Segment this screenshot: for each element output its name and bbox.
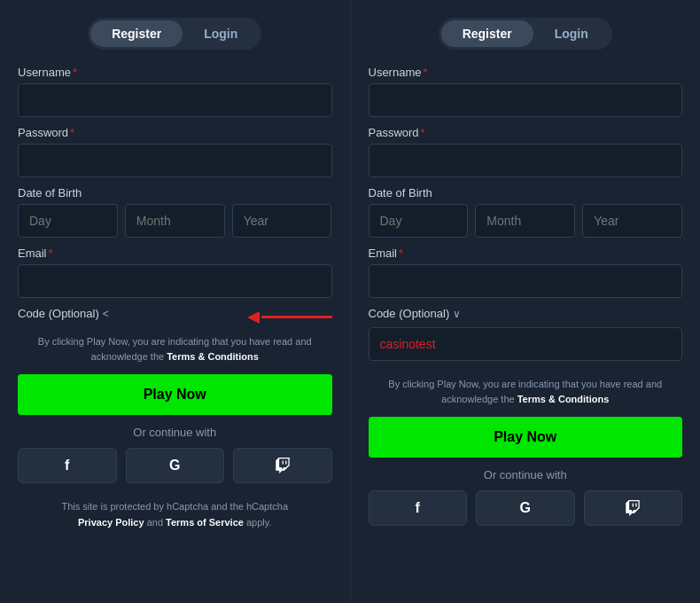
left-register-tab[interactable]: Register xyxy=(90,20,183,47)
right-dob-label: Date of Birth xyxy=(369,186,683,200)
left-dob-label: Date of Birth xyxy=(18,186,332,200)
left-arrow-annotation xyxy=(247,311,332,324)
left-chevron-icon: < xyxy=(103,308,109,320)
right-tab-group: Register Login xyxy=(439,18,612,50)
right-twitch-button[interactable] xyxy=(584,490,683,526)
left-dob-row xyxy=(18,204,332,238)
right-code-toggle[interactable]: Code (Optional) ∨ xyxy=(369,307,683,320)
right-play-button[interactable]: Play Now xyxy=(369,417,683,458)
right-password-group: Password* xyxy=(369,126,683,177)
left-password-label: Password* xyxy=(18,126,332,139)
right-register-tab[interactable]: Register xyxy=(441,20,533,47)
right-username-input[interactable] xyxy=(369,83,683,117)
left-email-group: Email* xyxy=(18,247,332,298)
right-terms-text: By clicking Play Now, you are indicating… xyxy=(369,377,683,406)
right-login-tab[interactable]: Login xyxy=(533,20,610,47)
left-dob-year[interactable] xyxy=(232,204,332,238)
right-email-group: Email* xyxy=(369,247,683,298)
right-code-input[interactable] xyxy=(369,327,683,361)
left-username-group: Username* xyxy=(18,66,332,117)
left-dob-group: Date of Birth xyxy=(18,186,332,238)
arrow-line xyxy=(261,316,332,318)
right-email-label: Email* xyxy=(369,247,683,260)
left-google-button[interactable]: G xyxy=(126,448,225,483)
left-social-row: f G xyxy=(18,448,332,483)
left-terms-text: By clicking Play Now, you are indicating… xyxy=(18,334,332,364)
right-email-input[interactable] xyxy=(369,264,683,298)
left-username-label: Username* xyxy=(18,66,332,79)
right-username-group: Username* xyxy=(369,66,683,117)
right-google-button[interactable]: G xyxy=(476,490,575,526)
right-facebook-button[interactable]: f xyxy=(369,490,468,526)
twitch-icon xyxy=(275,458,291,474)
twitch-icon-right xyxy=(625,500,641,516)
right-password-input[interactable] xyxy=(369,144,683,177)
left-password-input[interactable] xyxy=(18,144,332,177)
right-social-row: f G xyxy=(369,490,683,526)
left-footer: This site is protected by hCaptcha and t… xyxy=(18,499,332,530)
right-dob-year[interactable] xyxy=(582,204,682,238)
right-dob-row xyxy=(369,204,683,238)
left-panel: Register Login Username* Password* Date … xyxy=(0,0,351,603)
left-dob-month[interactable] xyxy=(125,204,225,238)
left-play-button[interactable]: Play Now xyxy=(18,374,332,415)
right-code-group: Code (Optional) ∨ xyxy=(369,307,683,368)
left-or-continue: Or continue with xyxy=(18,426,332,439)
right-terms-link[interactable]: Terms & Conditions xyxy=(517,394,610,404)
left-terms-link[interactable]: Terms & Conditions xyxy=(167,351,259,362)
right-or-continue: Or continue with xyxy=(369,468,683,482)
right-chevron-icon: ∨ xyxy=(453,308,461,320)
left-dob-day[interactable] xyxy=(18,204,118,238)
left-code-toggle[interactable]: Code (Optional) < xyxy=(18,307,238,320)
right-form: Username* Password* Date of Birth xyxy=(369,66,683,538)
left-code-toggle-row: Code (Optional) < xyxy=(18,307,332,327)
left-tab-group: Register Login xyxy=(88,18,261,50)
left-facebook-button[interactable]: f xyxy=(18,448,117,483)
left-email-label: Email* xyxy=(18,247,332,260)
right-password-label: Password* xyxy=(369,126,683,139)
right-username-label: Username* xyxy=(369,66,683,79)
right-panel: Register Login Username* Password* Date … xyxy=(351,0,701,603)
left-twitch-button[interactable] xyxy=(233,448,332,483)
left-username-input[interactable] xyxy=(18,83,332,117)
left-email-input[interactable] xyxy=(18,264,332,298)
left-code-label: Code (Optional) xyxy=(18,307,99,320)
right-dob-day[interactable] xyxy=(369,204,469,238)
right-dob-month[interactable] xyxy=(475,204,575,238)
right-code-label: Code (Optional) xyxy=(369,307,450,320)
left-password-group: Password* xyxy=(18,126,332,177)
right-dob-group: Date of Birth xyxy=(369,186,683,238)
arrow-head-icon xyxy=(247,311,260,324)
left-privacy-link[interactable]: Privacy Policy xyxy=(78,517,144,528)
left-tos-link[interactable]: Terms of Service xyxy=(166,517,244,528)
left-login-tab[interactable]: Login xyxy=(183,20,259,47)
left-form: Username* Password* Date of Birth xyxy=(18,66,332,530)
